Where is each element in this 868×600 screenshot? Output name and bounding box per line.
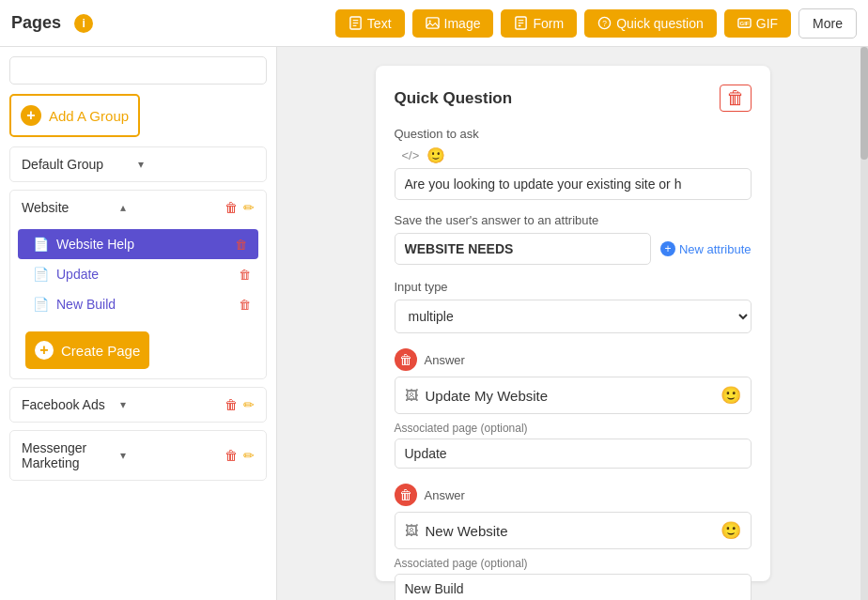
chevron-down-icon: ▾ <box>138 158 255 171</box>
answer-header-1: 🗑 Answer <box>395 348 752 371</box>
chevron-down-icon-messenger: ▾ <box>120 449 219 462</box>
sidebar-page-website-help[interactable]: 📄 Website Help 🗑 <box>18 229 258 259</box>
answer-1-delete-button[interactable]: 🗑 <box>395 348 417 371</box>
info-icon: i <box>74 14 93 33</box>
more-button[interactable]: More <box>798 8 857 38</box>
new-build-delete-button[interactable]: 🗑 <box>239 298 251 312</box>
attribute-input[interactable] <box>395 233 651 265</box>
answer-header-2: 🗑 Answer <box>395 484 752 506</box>
add-group-plus-icon: + <box>21 105 41 126</box>
quick-question-panel: Quick Question 🗑 Question to ask </> 🙂 S… <box>376 66 770 581</box>
answer-2-delete-button[interactable]: 🗑 <box>395 484 417 506</box>
messenger-delete-button[interactable]: 🗑 <box>225 448 238 463</box>
new-attribute-plus-icon: + <box>660 241 675 256</box>
svg-rect-4 <box>426 18 438 28</box>
sidebar-page-update[interactable]: 📄 Update 🗑 <box>10 259 266 289</box>
create-page-plus-icon: + <box>35 341 54 360</box>
answer-block-2: 🗑 Answer 🖼 New Website 🙂 Associated page… <box>395 484 752 600</box>
attribute-row: + New attribute <box>395 233 752 265</box>
answer-1-emoji-button[interactable]: 🙂 <box>721 385 741 406</box>
main-layout: + Add A Group Default Group ▾ Website ▴ … <box>0 47 868 600</box>
svg-text:?: ? <box>602 19 607 28</box>
question-input[interactable] <box>395 168 752 200</box>
doc-icon <box>349 16 363 30</box>
svg-point-5 <box>428 21 430 23</box>
input-type-select[interactable]: multiple <box>395 300 752 333</box>
scrollbar-thumb[interactable] <box>860 47 868 160</box>
code-icon-button[interactable]: </> <box>402 148 420 162</box>
question-label: Question to ask <box>395 127 752 141</box>
quick-question-button[interactable]: ? Quick question <box>584 9 717 38</box>
answer-1-associated-input[interactable] <box>395 438 752 469</box>
page-icon-website-help: 📄 <box>33 237 49 252</box>
page-icon-new-build: 📄 <box>33 297 49 312</box>
form-button[interactable]: Form <box>501 9 577 38</box>
question-field-row: </> 🙂 <box>395 146 752 164</box>
answer-2-associated-label: Associated page (optional) <box>395 557 752 570</box>
facebook-ads-delete-button[interactable]: 🗑 <box>225 397 238 412</box>
emoji-icon-button-question[interactable]: 🙂 <box>426 146 445 164</box>
update-delete-button[interactable]: 🗑 <box>239 268 251 282</box>
form-icon <box>514 16 528 30</box>
sidebar-group-website: Website ▴ 🗑 ✏ 📄 Website Help 🗑 📄 Update … <box>9 190 267 379</box>
create-page-button[interactable]: + Create Page <box>25 331 149 369</box>
sidebar-group-facebook-ads: Facebook Ads ▾ 🗑 ✏ <box>9 387 267 423</box>
sidebar-group-facebook-ads-header[interactable]: Facebook Ads ▾ 🗑 ✏ <box>10 388 266 422</box>
answer-1-value-row: 🖼 Update My Website 🙂 <box>395 377 752 414</box>
new-attribute-button[interactable]: + New attribute <box>660 241 752 256</box>
sidebar-group-messenger: Messenger Marketing ▾ 🗑 ✏ <box>9 430 267 481</box>
question-icon: ? <box>597 16 612 30</box>
image-button[interactable]: Image <box>412 9 494 38</box>
answer-1-associated-label: Associated page (optional) <box>395 422 752 435</box>
image-icon <box>426 16 440 30</box>
sidebar-group-default-header[interactable]: Default Group ▾ <box>10 147 266 181</box>
answer-2-associated-input[interactable] <box>395 574 752 600</box>
sidebar-group-website-header[interactable]: Website ▴ 🗑 ✏ <box>10 191 266 224</box>
chevron-up-icon: ▴ <box>120 201 219 214</box>
sidebar-group-website-items: 📄 Website Help 🗑 📄 Update 🗑 📄 New Build … <box>10 224 266 324</box>
gif-button[interactable]: GIF GIF <box>724 9 791 38</box>
svg-rect-9 <box>519 24 521 26</box>
scrollbar-track <box>860 47 868 600</box>
panel-header: Quick Question 🗑 <box>395 85 752 112</box>
sidebar-group-messenger-header[interactable]: Messenger Marketing ▾ 🗑 ✏ <box>10 431 266 480</box>
website-group-edit-button[interactable]: ✏ <box>243 200 255 215</box>
input-type-label: Input type <box>395 280 752 294</box>
panel-delete-button[interactable]: 🗑 <box>720 85 752 112</box>
content-area: Quick Question 🗑 Question to ask </> 🙂 S… <box>277 47 868 600</box>
website-group-delete-button[interactable]: 🗑 <box>225 200 238 215</box>
answer-2-image-icon: 🖼 <box>405 523 418 538</box>
sidebar: + Add A Group Default Group ▾ Website ▴ … <box>0 47 277 600</box>
page-icon-update: 📄 <box>33 267 49 282</box>
panel-title: Quick Question <box>395 89 720 108</box>
answer-2-emoji-button[interactable]: 🙂 <box>721 520 741 541</box>
sidebar-page-new-build[interactable]: 📄 New Build 🗑 <box>10 289 266 319</box>
answer-1-label: Answer <box>425 353 465 367</box>
gif-icon: GIF <box>737 16 752 30</box>
answer-1-image-icon: 🖼 <box>405 388 418 403</box>
sidebar-group-default: Default Group ▾ <box>9 146 267 182</box>
attribute-section-label: Save the user's answer to an attribute <box>395 213 752 227</box>
chevron-down-icon-facebook: ▾ <box>120 398 219 411</box>
page-title: Pages <box>11 13 61 33</box>
sidebar-top-spacer <box>9 56 267 85</box>
svg-text:GIF: GIF <box>739 20 749 26</box>
header: Pages i Text Image Form ? Quick question… <box>0 0 868 47</box>
add-group-button[interactable]: + Add A Group <box>9 94 140 137</box>
answer-2-label: Answer <box>425 488 465 502</box>
answer-1-text: Update My Website <box>426 388 713 404</box>
website-help-delete-button[interactable]: 🗑 <box>235 238 247 252</box>
text-button[interactable]: Text <box>335 9 405 38</box>
answer-block-1: 🗑 Answer 🖼 Update My Website 🙂 Associate… <box>395 348 752 469</box>
facebook-ads-edit-button[interactable]: ✏ <box>243 397 255 412</box>
answer-2-text: New Website <box>426 523 713 539</box>
messenger-edit-button[interactable]: ✏ <box>243 448 255 463</box>
answer-2-value-row: 🖼 New Website 🙂 <box>395 512 752 549</box>
